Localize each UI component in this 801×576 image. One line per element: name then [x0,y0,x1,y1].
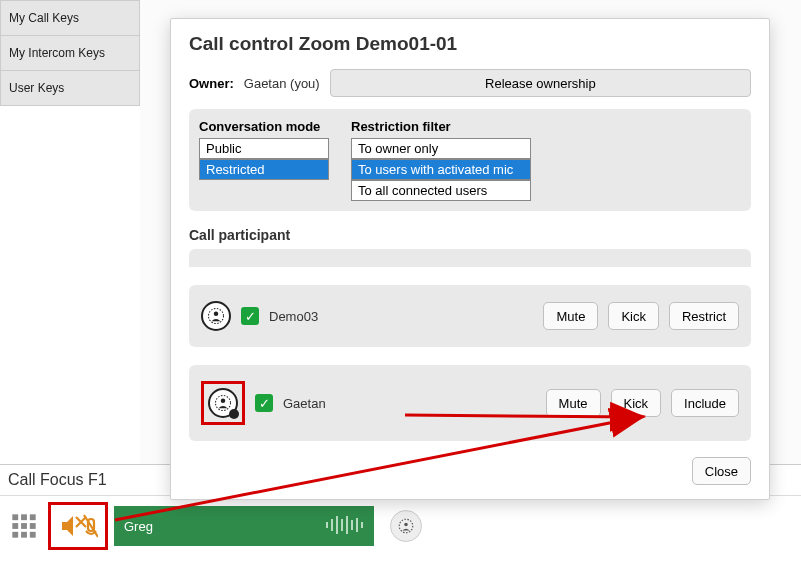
restrict-button[interactable]: Restrict [669,302,739,330]
participant-name: Demo03 [269,309,318,324]
participants-heading: Call participant [189,227,751,243]
svg-rect-1 [21,514,27,520]
speaker-mic-muted-icon [58,509,98,543]
owner-label: Owner: [189,76,234,91]
conversation-mode-list: Public Restricted [199,138,329,180]
mode-panel: Conversation mode Public Restricted Rest… [189,109,751,211]
sidebar-tab-user-keys[interactable]: User Keys [0,71,140,106]
participant-row: ✓ Demo03 Mute Kick Restrict [189,285,751,347]
mute-button[interactable]: Mute [543,302,598,330]
restriction-filter-list: To owner only To users with activated mi… [351,138,531,201]
svg-point-22 [404,523,407,526]
restriction-option-activated-mic[interactable]: To users with activated mic [351,159,531,180]
owner-value: Gaetan (you) [244,76,320,91]
kick-button[interactable]: Kick [608,302,659,330]
participant-avatar-icon [201,301,231,331]
svg-point-26 [221,399,226,404]
participant-checked-icon[interactable]: ✓ [255,394,273,412]
call-bubble-icon[interactable] [390,510,422,542]
svg-rect-5 [30,523,36,529]
participant-avatar-icon [208,388,238,418]
kick-button[interactable]: Kick [611,389,662,417]
svg-rect-4 [21,523,27,529]
conversation-mode-heading: Conversation mode [199,119,329,134]
participant-list-scroll-hint [189,249,751,267]
restriction-filter-heading: Restriction filter [351,119,531,134]
conversation-mode-option-restricted[interactable]: Restricted [199,159,329,180]
sidebar-tab-intercom-keys[interactable]: My Intercom Keys [0,36,140,71]
sidebar-tab-call-keys[interactable]: My Call Keys [0,0,140,36]
participant-row: ✓ Gaetan Mute Kick Include [189,365,751,441]
svg-rect-8 [30,532,36,538]
mute-status-highlight [48,502,108,550]
svg-rect-3 [12,523,18,529]
conversation-mode-option-public[interactable]: Public [199,138,329,159]
modal-title: Call control Zoom Demo01-01 [189,33,751,55]
restriction-option-all-connected[interactable]: To all connected users [351,180,531,201]
svg-point-24 [214,312,219,317]
sidebar: My Call Keys My Intercom Keys User Keys [0,0,140,106]
restriction-option-owner-only[interactable]: To owner only [351,138,531,159]
mute-button[interactable]: Mute [546,389,601,417]
svg-rect-2 [30,514,36,520]
participant-name: Gaetan [283,396,326,411]
apps-grid-icon[interactable] [6,508,42,544]
waveform-icon [324,514,364,539]
release-ownership-button[interactable]: Release ownership [330,69,751,97]
active-call-bar[interactable]: Greg [114,506,374,546]
svg-rect-0 [12,514,18,520]
include-button[interactable]: Include [671,389,739,417]
call-control-modal: Call control Zoom Demo01-01 Owner: Gaeta… [170,18,770,500]
participant-checked-icon[interactable]: ✓ [241,307,259,325]
active-call-name: Greg [124,519,153,534]
participant-avatar-highlight [201,381,245,425]
close-button[interactable]: Close [692,457,751,485]
svg-rect-7 [21,532,27,538]
svg-rect-6 [12,532,18,538]
